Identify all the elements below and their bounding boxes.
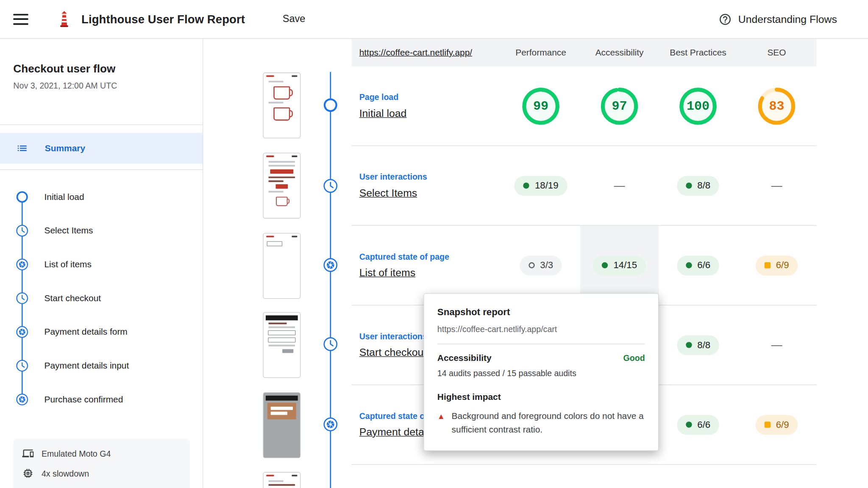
badge-value: 8/8 xyxy=(697,339,710,350)
best-practices-gauge[interactable]: 100 xyxy=(677,85,719,127)
clock-icon xyxy=(16,225,28,237)
column-seo: SEO xyxy=(737,47,816,58)
menu-button[interactable] xyxy=(13,14,28,25)
warning-triangle-icon: ▲ xyxy=(437,410,445,437)
tooltip-audits-summary: 14 audits passed / 15 passable audits xyxy=(437,369,645,378)
snapshot-step-icon xyxy=(323,258,338,272)
step-name-link[interactable]: Select Items xyxy=(359,187,417,198)
sidebar-step-start-checkout[interactable]: Start checkout xyxy=(0,281,203,315)
understanding-flows-link[interactable]: Understanding Flows xyxy=(718,12,837,25)
column-performance: Performance xyxy=(501,47,580,58)
best-practices-score-badge[interactable]: 6/6 xyxy=(677,415,719,435)
no-score-dash: — xyxy=(771,179,782,192)
table-row-select-items: User interactions Select Items 18/19 — 8… xyxy=(351,146,816,226)
sidebar-step-payment-details-form[interactable]: Payment details form xyxy=(0,315,203,349)
sidebar-step-purchase-confirmed[interactable]: Purchase confirmed xyxy=(0,383,203,416)
circle-icon xyxy=(16,191,28,203)
tooltip-category: Accessibility xyxy=(437,353,492,363)
sidebar: Checkout user flow Nov 3, 2021, 12:00 AM… xyxy=(0,39,203,488)
passed-dot-icon xyxy=(523,183,529,189)
best-practices-score-badge[interactable]: 6/6 xyxy=(677,255,719,275)
column-best-practices: Best Practices xyxy=(659,47,737,58)
environment-device: Emulated Moto G4 xyxy=(22,448,181,459)
sidebar-item-summary[interactable]: Summary xyxy=(0,133,203,164)
step-label: Select Items xyxy=(44,225,93,236)
best-practices-score-badge[interactable]: 8/8 xyxy=(677,335,719,355)
score-value: 97 xyxy=(598,85,640,127)
best-practices-score-badge[interactable]: 8/8 xyxy=(677,176,719,196)
environment-throttling: 4x slowdown xyxy=(22,468,181,479)
step-name-link[interactable]: Start checkout xyxy=(359,347,427,358)
clock-icon xyxy=(16,292,28,304)
timespan-step-icon xyxy=(323,179,338,193)
performance-score-badge[interactable]: 18/19 xyxy=(515,176,568,196)
understanding-flows-label: Understanding Flows xyxy=(738,13,837,25)
device-label: Emulated Moto G4 xyxy=(42,449,111,458)
divider xyxy=(437,344,645,344)
step-thumbnail-initial-load xyxy=(263,72,300,138)
tooltip-impact-title: Highest impact xyxy=(437,392,645,402)
step-name-link[interactable]: Initial load xyxy=(359,107,407,119)
flow-title: Checkout user flow xyxy=(13,63,189,75)
step-label: List of items xyxy=(44,259,91,269)
score-value: 83 xyxy=(756,85,798,127)
flow-date: Nov 3, 2021, 12:00 AM UTC xyxy=(13,81,189,90)
step-label: Payment details input xyxy=(44,360,129,371)
cpu-chip-icon xyxy=(22,468,33,479)
step-label: Purchase confirmed xyxy=(44,394,123,405)
tooltip-impact-text: Background and foreground colors do not … xyxy=(452,410,645,437)
step-thumbnail-start-checkout xyxy=(263,312,300,378)
table-row-initial-load: Page load Initial load 99 97 100 xyxy=(351,67,816,146)
score-value: 99 xyxy=(520,85,562,127)
badge-value: 8/8 xyxy=(697,180,710,191)
sidebar-step-select-items[interactable]: Select Items xyxy=(0,214,203,247)
seo-score-badge[interactable]: 6/9 xyxy=(755,255,798,275)
lighthouse-logo-icon xyxy=(57,11,72,27)
score-value: 100 xyxy=(677,85,719,127)
accessibility-gauge[interactable]: 97 xyxy=(598,85,640,127)
step-thumbnail-purchase-confirmed xyxy=(263,472,300,488)
step-name-link[interactable]: List of items xyxy=(359,267,415,278)
column-accessibility: Accessibility xyxy=(580,47,659,58)
lighthouse-flow-report-app: Lighthouse User Flow Report Save Underst… xyxy=(0,0,868,488)
accessibility-score-badge[interactable]: 14/15 xyxy=(593,255,646,275)
app-title: Lighthouse User Flow Report xyxy=(81,12,245,25)
badge-value: 18/19 xyxy=(535,180,559,191)
summary-label: Summary xyxy=(45,143,85,153)
sidebar-step-initial-load[interactable]: Initial load xyxy=(0,180,203,214)
throttling-label: 4x slowdown xyxy=(42,469,89,478)
navigation-step-icon xyxy=(323,98,338,112)
no-score-dash: — xyxy=(614,179,625,192)
step-kind-label: User interactions xyxy=(359,172,502,181)
step-label: Start checkout xyxy=(44,293,101,303)
passed-dot-icon xyxy=(602,262,608,268)
average-square-icon xyxy=(764,421,770,427)
average-square-icon xyxy=(764,262,770,268)
report-table-header: https://coffee-cart.netlify.app/ Perform… xyxy=(351,39,816,66)
passed-dot-icon xyxy=(686,342,692,348)
clock-icon xyxy=(16,359,28,372)
badge-value: 3/3 xyxy=(540,260,553,271)
top-bar: Lighthouse User Flow Report Save Underst… xyxy=(0,0,868,39)
devices-icon xyxy=(22,448,33,459)
help-icon xyxy=(718,12,732,25)
snapshot-report-tooltip: Snapshot report https://coffee-cart.netl… xyxy=(423,293,659,451)
seo-gauge[interactable]: 83 xyxy=(756,85,798,127)
performance-gauge[interactable]: 99 xyxy=(520,85,562,127)
passed-dot-icon xyxy=(686,183,692,189)
badge-value: 6/6 xyxy=(697,419,710,430)
sidebar-step-payment-details-input[interactable]: Payment details input xyxy=(0,349,203,383)
tooltip-rating: Good xyxy=(623,353,645,362)
badge-value: 6/9 xyxy=(776,260,789,271)
save-button[interactable]: Save xyxy=(279,13,309,25)
sidebar-step-list-of-items[interactable]: List of items xyxy=(0,247,203,281)
performance-score-badge[interactable]: 3/3 xyxy=(520,255,562,275)
informative-ring-icon xyxy=(529,262,534,268)
site-url-link[interactable]: https://coffee-cart.netlify.app/ xyxy=(351,47,501,58)
badge-value: 14/15 xyxy=(613,260,637,271)
seo-score-badge[interactable]: 6/9 xyxy=(755,415,798,435)
snapshot-step-icon xyxy=(323,417,338,432)
passed-dot-icon xyxy=(686,421,692,427)
step-label: Payment details form xyxy=(44,327,127,337)
badge-value: 6/9 xyxy=(776,419,789,430)
